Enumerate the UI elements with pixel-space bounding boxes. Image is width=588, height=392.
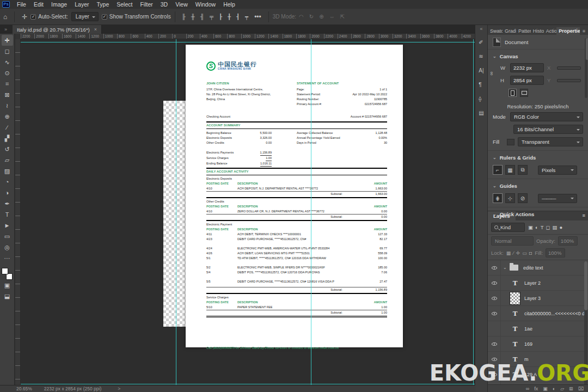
auto-select-dropdown[interactable]: Layer — [71, 12, 99, 21]
menu-item[interactable]: View — [171, 1, 192, 8]
history-brush-tool[interactable]: ↺ — [2, 144, 13, 155]
filter-shape-layers-icon[interactable]: ◻ — [545, 224, 552, 230]
tab-properties[interactable]: Properties — [556, 27, 580, 35]
canvas-area[interactable]: S 中国民生银行 CHINA MINSHENG BANK JOHN CITIZE… — [21, 39, 475, 385]
clear-guides-icon[interactable]: ⊘ — [518, 193, 528, 203]
ruler-units-dropdown[interactable]: Pixels — [538, 166, 577, 175]
document-tab[interactable]: Italy id.psd @ 20.7% (RGB/16*) × — [13, 25, 102, 34]
glyphs-panel-icon[interactable]: ⟠ — [479, 91, 483, 106]
clone-stamp-tool[interactable]: ▞ — [2, 133, 13, 144]
link-layers-icon[interactable]: ∞ — [526, 386, 529, 391]
layer-row[interactable]: Layer 3 — [488, 291, 588, 306]
bit-depth-dropdown[interactable]: 16 Bits/Channel — [513, 125, 583, 134]
layer-filter-kind-dropdown[interactable]: Kind — [491, 223, 525, 232]
layer-row[interactable]: T Layer 2 — [488, 275, 588, 291]
filter-toggle-icon[interactable]: ● — [558, 224, 564, 230]
lock-artboard-icon[interactable]: ▭ — [522, 250, 527, 256]
menu-item[interactable]: Filter — [136, 1, 156, 8]
type-tool[interactable]: T — [2, 209, 13, 220]
layer-name[interactable]: 169 — [524, 341, 532, 347]
gradient-tool[interactable]: ▨ — [2, 166, 13, 176]
filter-adjustment-layers-icon[interactable]: ◐ — [534, 224, 540, 230]
distribute-center-icon[interactable]: ╂ — [225, 14, 234, 20]
healing-brush-tool[interactable]: ⊕ — [2, 111, 13, 122]
guide-vertical[interactable] — [473, 39, 474, 385]
layer-effects-icon[interactable]: fx — [534, 386, 538, 391]
move-tool-icon[interactable]: ✛ — [19, 13, 30, 21]
add-mask-icon[interactable]: ▣ — [543, 386, 548, 391]
menu-item[interactable]: Type — [93, 1, 113, 8]
tab-swatches[interactable]: Swatc — [488, 27, 503, 35]
link-dimensions-icon[interactable]: ∞ — [489, 71, 495, 77]
align-right-edges-icon[interactable]: ╢ — [198, 14, 207, 20]
canvas-section-header[interactable]: ⌄ Canvas — [488, 50, 588, 62]
visibility-toggle[interactable] — [488, 291, 501, 306]
portrait-orientation-button[interactable] — [509, 89, 517, 97]
zoom-tool[interactable]: ◎ — [2, 242, 13, 253]
distribute-right-icon[interactable]: ┨ — [234, 14, 242, 20]
close-tab-icon[interactable]: × — [94, 27, 97, 32]
layer-row[interactable]: T 169 — [488, 336, 588, 352]
blur-tool[interactable]: ◔ — [2, 176, 13, 187]
align-left-edges-icon[interactable]: ╟ — [179, 14, 188, 20]
crop-tool[interactable]: ⌗ — [2, 78, 13, 89]
tab-gradients[interactable]: Gradi — [503, 27, 516, 35]
guide-style-dropdown[interactable]: ——— — [538, 194, 577, 203]
path-select-tool[interactable]: ► — [2, 220, 13, 231]
guide-vertical[interactable] — [176, 39, 176, 385]
new-guide-icon[interactable]: ⋕ — [493, 193, 503, 203]
eyedropper-tool[interactable]: ≀ — [2, 100, 13, 111]
tab-actions[interactable]: Actio — [544, 27, 557, 35]
menu-item[interactable]: 3D — [157, 1, 171, 8]
visibility-toggle[interactable] — [488, 321, 501, 336]
canvas-height-field[interactable]: 2854 px — [510, 76, 544, 85]
lock-transparent-icon[interactable]: ▦ — [506, 250, 511, 256]
color-mode-dropdown[interactable]: RGB Color — [510, 112, 583, 121]
brushes-panel-icon[interactable]: ✐ — [479, 35, 483, 49]
guide-horizontal[interactable] — [21, 384, 475, 384]
lock-pixels-icon[interactable]: ∕ — [513, 250, 514, 256]
new-group-icon[interactable]: ▱ — [560, 386, 564, 391]
home-icon[interactable]: ⌂ — [0, 13, 10, 21]
snap-toggle-icon[interactable]: ⧉ — [518, 165, 528, 175]
guide-horizontal[interactable] — [21, 42, 475, 42]
status-chevron-icon[interactable]: > — [118, 386, 120, 391]
distribute-top-icon[interactable]: ┯ — [242, 14, 251, 20]
layer-name[interactable]: cita0000000...<<<<<<<<0 d — [524, 311, 585, 316]
menu-item[interactable]: Window — [192, 1, 219, 8]
canvas-width-field[interactable]: 2232 px — [510, 63, 544, 72]
pen-tool[interactable]: ✒ — [2, 198, 13, 209]
eraser-tool[interactable]: ▱ — [2, 155, 13, 166]
align-vertical-centers-icon[interactable]: ╫ — [188, 14, 198, 20]
foreground-color-swatch[interactable] — [2, 268, 8, 274]
menu-item[interactable]: Help — [219, 1, 239, 8]
quick-actions-section-header[interactable]: ⌄ Quick Actions — [488, 207, 588, 219]
properties-scrollbar[interactable] — [585, 38, 587, 98]
grid-toggle-icon[interactable]: ▦ — [505, 165, 515, 175]
show-transform-checkbox[interactable]: ✓ — [102, 14, 107, 20]
layer-row[interactable]: T 1ae — [488, 321, 588, 336]
paragraph-panel-icon[interactable]: ¶ — [479, 77, 483, 91]
libraries-panel-icon[interactable]: ▤ — [479, 106, 483, 120]
move-tool[interactable]: ✛ — [2, 35, 13, 46]
visibility-toggle[interactable] — [488, 306, 501, 321]
panel-collapse-icon[interactable]: » — [4, 27, 7, 32]
distribute-left-icon[interactable]: ┠ — [216, 14, 225, 20]
brush-tool[interactable]: ∕ — [2, 122, 13, 133]
auto-select-checkbox[interactable]: ✓ — [30, 14, 36, 20]
landscape-orientation-button[interactable] — [520, 89, 528, 97]
adjustment-layer-icon[interactable]: ◐ — [553, 386, 555, 391]
expand-panels-icon[interactable]: « — [480, 26, 482, 32]
character-panel-icon[interactable]: A| — [479, 63, 483, 77]
brush-settings-panel-icon[interactable]: ≋ — [479, 49, 483, 63]
rectangle-tool[interactable]: ▭ — [2, 231, 13, 242]
menu-item[interactable]: Layer — [71, 1, 93, 8]
guide-vertical[interactable] — [311, 39, 311, 385]
zoom-level-field[interactable]: 20.65% — [16, 386, 32, 391]
tab-patterns[interactable]: Patter — [516, 27, 531, 35]
filter-smart-objects-icon[interactable]: ▤ — [551, 224, 558, 230]
rulers-toggle-icon[interactable]: ⌐ — [493, 165, 503, 175]
lock-all-icon[interactable]: ◘ — [529, 250, 532, 256]
dodge-tool[interactable]: ◑ — [2, 187, 13, 198]
menu-item[interactable]: File — [13, 1, 30, 8]
